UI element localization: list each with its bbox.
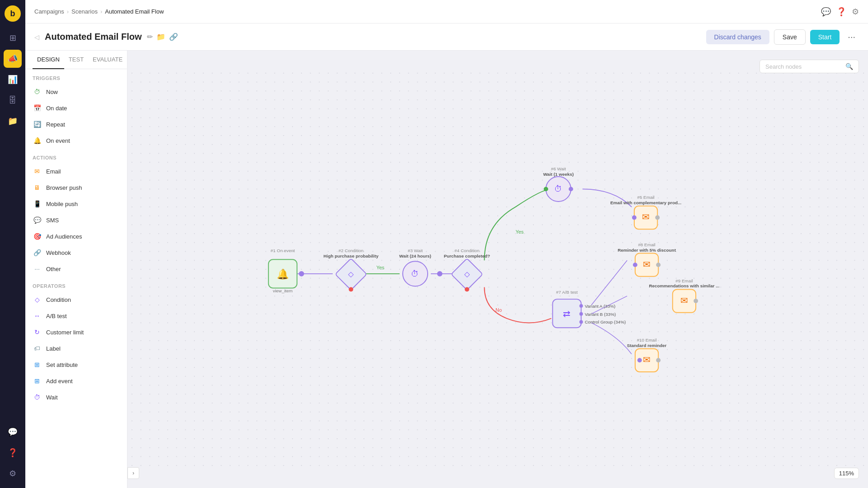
customer-limit-icon: ↻ (33, 328, 42, 337)
nav-icon-campaigns[interactable]: 📣 (4, 50, 22, 68)
header-icon-settings[interactable]: ⚙ (852, 7, 859, 17)
svg-point-16 (349, 287, 353, 291)
svg-text:Wait (1 weeks): Wait (1 weeks) (543, 172, 574, 177)
svg-text:#9 Email: #9 Email (675, 278, 693, 283)
sidebar-item-wait[interactable]: ⏱ Wait (25, 389, 127, 405)
wait-label: Wait (46, 394, 58, 401)
add-event-icon: ⊞ (33, 376, 42, 385)
svg-point-56 (299, 271, 304, 277)
nav-icon-settings[interactable]: ⚙ (4, 465, 22, 483)
nav-icon-dashboard[interactable]: ⊞ (4, 29, 22, 47)
set-attribute-label: Set attribute (46, 361, 78, 368)
set-attribute-icon: ⊞ (33, 360, 42, 369)
link-icon[interactable]: 🔗 (169, 33, 178, 41)
browser-push-icon: 🖥 (33, 183, 42, 192)
edit-icon[interactable]: ✏ (147, 33, 153, 41)
breadcrumb-scenarios[interactable]: Scenarios (71, 8, 98, 15)
sidebar-item-mobile-push[interactable]: 📱 Mobile push (25, 196, 127, 212)
now-icon: ⏱ (33, 87, 42, 96)
folder-icon[interactable]: 📁 (156, 33, 165, 41)
breadcrumb-current: Automated Email Flow (105, 8, 164, 15)
back-arrow[interactable]: ◁ (34, 33, 39, 41)
on-date-icon: 📅 (33, 103, 42, 113)
nav-icon-chat[interactable]: 💬 (4, 423, 22, 441)
tab-design[interactable]: DESIGN (33, 51, 64, 69)
svg-text:#10 Email: #10 Email (637, 338, 657, 343)
search-nodes-input[interactable] (765, 63, 842, 70)
title-bar-actions: Discard changes Save Start ··· (706, 29, 859, 45)
sidebar-item-set-attribute[interactable]: ⊞ Set attribute (25, 357, 127, 373)
sidebar-item-other[interactable]: ··· Other (25, 261, 127, 277)
tab-evaluate[interactable]: EVALUATE (88, 51, 127, 69)
svg-point-54 (637, 358, 642, 362)
header-icon-chat[interactable]: 💬 (821, 7, 831, 17)
svg-text:#5 Email: #5 Email (637, 195, 654, 200)
on-event-label: On event (46, 137, 70, 144)
header-icons: 💬 ❓ ⚙ (821, 7, 859, 17)
tab-test[interactable]: TEST (64, 51, 88, 69)
nav-icon-help[interactable]: ❓ (4, 444, 22, 462)
sidebar-item-webhook[interactable]: 🔗 Webhook (25, 244, 127, 261)
svg-point-33 (655, 216, 660, 220)
sidebar-item-add-event[interactable]: ⊞ Add event (25, 373, 127, 389)
start-button[interactable]: Start (810, 30, 840, 44)
email-icon: ✉ (33, 167, 42, 176)
app-logo: b (5, 5, 21, 22)
save-button[interactable]: Save (774, 29, 806, 45)
sidebar-item-customer-limit[interactable]: ↻ Customer limit (25, 324, 127, 340)
collapse-arrow[interactable]: › (127, 467, 139, 479)
sidebar-item-now[interactable]: ⏱ Now (25, 84, 127, 100)
browser-push-label: Browser push (46, 184, 82, 191)
actions-label: Actions (25, 149, 127, 163)
more-button[interactable]: ··· (844, 30, 859, 44)
svg-point-50 (693, 299, 698, 303)
sidebar-item-label[interactable]: 🏷 Label (25, 340, 127, 357)
title-bar-icons: ✏ 📁 🔗 (147, 33, 178, 41)
svg-text:#1 On event: #1 On event (271, 249, 295, 253)
svg-text:✉: ✉ (680, 296, 688, 305)
header-icon-help[interactable]: ❓ (836, 7, 846, 17)
sidebar-item-on-date[interactable]: 📅 On date (25, 100, 127, 116)
page-title: Automated Email Flow (45, 32, 142, 42)
svg-point-32 (632, 216, 637, 220)
svg-text:#8 Email: #8 Email (638, 242, 655, 247)
nav-icon-analytics[interactable]: 📊 (4, 70, 22, 89)
breadcrumb-sep2: › (100, 8, 102, 15)
svg-point-45 (633, 263, 637, 267)
svg-text:🔔: 🔔 (277, 268, 289, 280)
svg-text:#6 Wait: #6 Wait (551, 166, 566, 171)
svg-text:Variant A (33%): Variant A (33%) (585, 304, 615, 309)
svg-point-23 (465, 287, 469, 291)
search-icon: 🔍 (845, 63, 853, 70)
svg-text:Standard reminder: Standard reminder (627, 343, 667, 348)
breadcrumb-sep1: › (67, 8, 69, 15)
on-date-label: On date (46, 105, 67, 112)
sidebar-item-condition[interactable]: ◇ Condition (25, 291, 127, 308)
email-label: Email (46, 168, 61, 175)
sidebar-item-browser-push[interactable]: 🖥 Browser push (25, 179, 127, 196)
zoom-indicator: 115% (834, 468, 859, 479)
left-sidebar: DESIGN TEST EVALUATE Triggers ⏱ Now 📅 On… (25, 51, 127, 488)
label-icon: 🏷 (33, 344, 42, 353)
ad-audiences-label: Ad Audiences (46, 233, 82, 240)
sidebar-item-sms[interactable]: 💬 SMS (25, 212, 127, 228)
sidebar-item-email[interactable]: ✉ Email (25, 163, 127, 179)
sidebar-item-on-event[interactable]: 🔔 On event (25, 132, 127, 149)
svg-text:Yes: Yes (377, 265, 385, 270)
svg-text:⏱: ⏱ (554, 184, 562, 193)
nav-icon-data[interactable]: 🗄 (4, 91, 22, 109)
other-icon: ··· (33, 264, 42, 273)
svg-text:Control Group (34%): Control Group (34%) (585, 319, 626, 324)
svg-text:#7 A/B test: #7 A/B test (556, 290, 578, 295)
sidebar-item-ad-audiences[interactable]: 🎯 Ad Audiences (25, 228, 127, 244)
svg-text:✉: ✉ (643, 355, 651, 365)
breadcrumb-campaigns[interactable]: Campaigns (34, 8, 64, 15)
discard-button[interactable]: Discard changes (706, 30, 769, 44)
sidebar-item-repeat[interactable]: 🔄 Repeat (25, 116, 127, 132)
canvas-area[interactable]: 🔍 Yes (127, 51, 868, 488)
svg-text:#2 Condition: #2 Condition (339, 249, 363, 253)
app-nav: b ⊞ 📣 📊 🗄 📁 💬 ❓ ⚙ (0, 0, 25, 488)
webhook-icon: 🔗 (33, 248, 42, 257)
nav-icon-files[interactable]: 📁 (4, 112, 22, 130)
sidebar-item-ab-test[interactable]: ↔ A/B test (25, 308, 127, 324)
